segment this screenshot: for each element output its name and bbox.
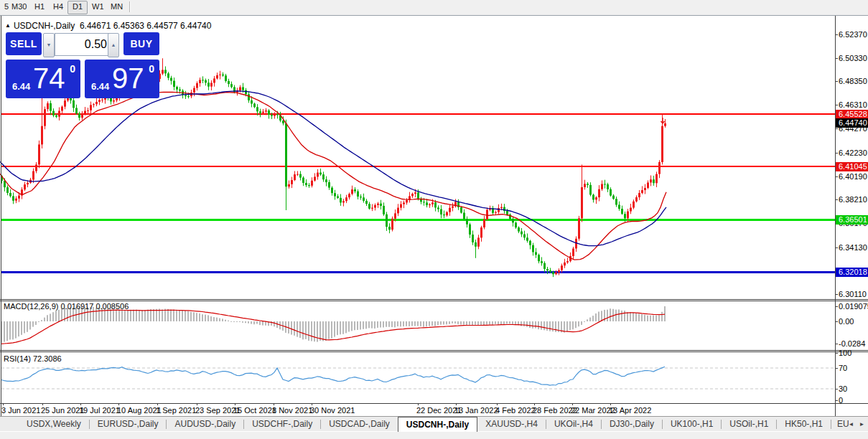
macd-histogram-bar xyxy=(661,312,663,321)
macd-histogram-bar xyxy=(492,321,493,325)
chart-tab-eurusd-daily[interactable]: EURUSD-,Daily xyxy=(90,417,167,432)
chart-tab-usdx-weekly[interactable]: USDX,Weekly xyxy=(19,417,89,432)
ma-fast-line xyxy=(0,93,666,260)
collapse-panel-icon[interactable]: ▲ xyxy=(5,22,11,29)
candle-body xyxy=(305,183,307,185)
macd-histogram-bar xyxy=(411,321,413,326)
macd-histogram-bar xyxy=(24,321,25,333)
price-level-line-6.45528[interactable] xyxy=(1,113,835,115)
candle-body xyxy=(532,245,534,252)
candle-body xyxy=(572,248,574,256)
price-level-line-6.36501[interactable] xyxy=(1,219,835,221)
timeframe-button-h1[interactable]: H1 xyxy=(30,1,49,13)
macd-histogram-bar xyxy=(420,321,421,326)
candle-body xyxy=(655,174,658,184)
volume-increase-button[interactable]: ▲ xyxy=(108,33,119,57)
candle-body xyxy=(506,211,508,214)
rsi-panel-top-border xyxy=(0,351,868,352)
macd-histogram-bar xyxy=(653,316,654,321)
chart-tab-usdcnh-daily[interactable]: USDCNH-,Daily xyxy=(398,417,477,432)
macd-histogram-bar xyxy=(647,316,648,321)
macd-histogram-bar xyxy=(529,321,531,328)
date-axis-label: 13 Jan 2022 xyxy=(454,406,498,415)
timeframe-button-h4[interactable]: H4 xyxy=(49,1,67,13)
macd-histogram-bar xyxy=(555,321,556,332)
date-axis-tick xyxy=(157,403,158,405)
chart-tab-uk100-h1[interactable]: UK100-,H1 xyxy=(663,417,721,432)
macd-histogram-bar xyxy=(124,310,126,321)
macd-histogram-bar xyxy=(187,311,189,321)
macd-histogram-bar xyxy=(190,312,192,321)
chart-tab-hk50-h1[interactable]: HK50-,H1 xyxy=(777,417,831,432)
candle-body xyxy=(446,212,448,215)
chart-tab-usdchf-daily[interactable]: USDCHF-,Daily xyxy=(244,417,320,432)
macd-histogram-bar xyxy=(314,321,315,341)
sell-button[interactable]: SELL xyxy=(6,32,42,55)
macd-histogram-bar xyxy=(322,321,324,341)
price-axis-label: 6.38210 xyxy=(839,195,867,204)
timeframe-button-w1[interactable]: W1 xyxy=(88,1,108,13)
volume-decrease-button[interactable]: ▼ xyxy=(43,33,55,57)
date-axis-tick xyxy=(3,403,4,405)
macd-histogram-bar xyxy=(578,321,579,326)
chart-tab-usoil-h1[interactable]: USOil-,H1 xyxy=(722,417,776,432)
chart-tab-xauusd-h4[interactable]: XAUUSD-,H4 xyxy=(477,417,546,432)
macd-histogram-bar xyxy=(196,313,197,321)
candle-body xyxy=(604,184,606,185)
candle-body xyxy=(440,209,442,214)
macd-histogram-bar xyxy=(110,309,111,321)
chart-tab-ukoil-h4[interactable]: UKOil-,H4 xyxy=(546,417,601,432)
candle-body xyxy=(167,73,169,77)
sell-price-display[interactable]: 6.44 74 0 xyxy=(6,60,80,98)
candle-body xyxy=(610,189,612,196)
chart-tab-eu[interactable]: EU xyxy=(831,417,849,432)
macd-histogram-bar xyxy=(503,321,505,324)
price-badge-6.41045: 6.41045 xyxy=(836,162,868,171)
tabs-scroll-left-button[interactable]: ◄ xyxy=(847,420,855,429)
price-level-line-6.32018[interactable] xyxy=(1,271,835,273)
macd-histogram-bar xyxy=(29,321,31,329)
candle-body xyxy=(276,114,279,115)
candle-body xyxy=(274,114,276,115)
candle-body xyxy=(251,100,253,103)
candle-body xyxy=(486,210,488,220)
chart-tab-audusd-daily[interactable]: AUDUSD-,Daily xyxy=(167,417,243,432)
macd-histogram-bar xyxy=(139,310,140,321)
macd-histogram-bar xyxy=(167,309,169,321)
timeframe-button-mn[interactable]: MN xyxy=(106,1,127,13)
chart-symbol-header: ▲USDCNH-,Daily 6.44671 6.45363 6.44577 6… xyxy=(5,21,211,31)
tabs-scroll-right-button[interactable]: ► xyxy=(858,420,866,429)
macd-histogram-bar xyxy=(127,311,129,321)
macd-histogram-bar xyxy=(236,321,238,322)
macd-histogram-bar xyxy=(291,321,292,335)
candle-body xyxy=(38,144,40,164)
macd-histogram-bar xyxy=(141,310,143,321)
candle-body xyxy=(423,202,425,202)
candle-body xyxy=(472,235,474,242)
timeframe-button-d1[interactable]: D1 xyxy=(67,1,88,14)
macd-histogram-bar xyxy=(500,321,502,324)
macd-histogram-bar xyxy=(630,312,631,321)
buy-button[interactable]: BUY xyxy=(123,32,159,55)
candle-body xyxy=(230,84,233,87)
date-axis-tick xyxy=(80,403,81,405)
price-axis-tick xyxy=(835,176,838,177)
macd-axis-label-tick xyxy=(835,321,838,322)
macd-axis-label-tick xyxy=(835,306,838,307)
macd-histogram-bar xyxy=(532,321,533,329)
candle-body xyxy=(546,269,549,270)
macd-histogram-bar xyxy=(463,321,465,325)
candle-body xyxy=(259,111,261,113)
timeframe-button-m30[interactable]: M30 xyxy=(7,1,31,13)
chart-tab-dj30-daily[interactable]: DJ30-,Daily xyxy=(602,417,662,432)
date-axis-label: 30 Nov 2021 xyxy=(310,406,355,415)
volume-input[interactable]: 0.50 xyxy=(55,33,112,56)
candle-body xyxy=(598,189,600,197)
candle-body xyxy=(512,219,514,222)
macd-histogram-bar xyxy=(32,321,34,327)
price-level-line-6.41045[interactable] xyxy=(1,166,835,167)
buy-price-display[interactable]: 6.44 97 0 xyxy=(85,60,159,98)
chart-tab-usdcad-daily[interactable]: USDCAD-,Daily xyxy=(321,417,398,432)
candle-body xyxy=(199,80,201,83)
candle-body xyxy=(271,115,273,116)
